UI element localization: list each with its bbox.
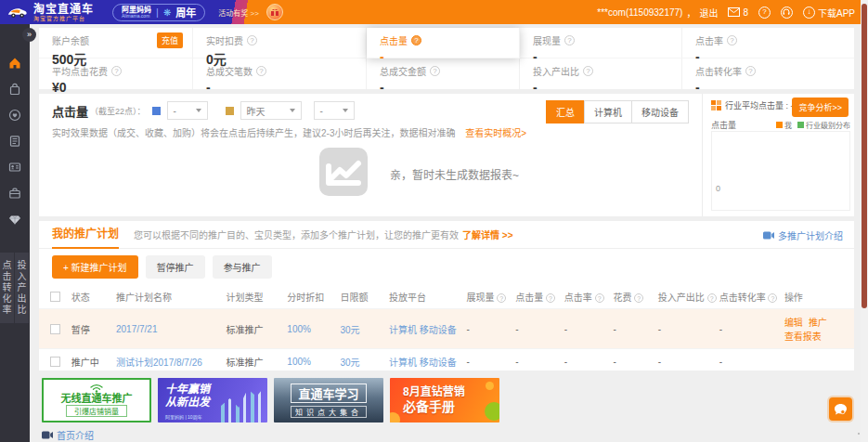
- sidebar-item-account[interactable]: [0, 154, 30, 180]
- stat-label: 平均点击花费: [52, 64, 108, 78]
- help-icon[interactable]: ?: [430, 66, 440, 76]
- platform-link[interactable]: 计算机 移动设备: [389, 358, 457, 368]
- industry-grid-icon: [711, 100, 721, 110]
- alimama-anniversary-badge[interactable]: 阿里妈妈 Alimama.com | ❋ 周年: [112, 4, 205, 21]
- legend-me-label: 我: [784, 120, 792, 130]
- scrollbar-thumb[interactable]: [862, 4, 867, 308]
- wifi-icon: [89, 384, 104, 393]
- sidebar-expand-button[interactable]: »: [22, 28, 36, 42]
- chart-main-area: 点击量 （截至22点）： - 昨天 - 汇总 计算机 移动设备 实时效果数据（成…: [39, 94, 703, 216]
- banner-anniversary[interactable]: 十年赢销 从新出发 阿里妈妈 | 10周年: [158, 378, 267, 422]
- stat-card-impressions[interactable]: 展现量? -: [520, 28, 682, 58]
- help-icon[interactable]: ?: [583, 66, 593, 76]
- campaigns-tab-row: 我的推广计划 您可以根据不同的推广目的、宝贝类型，添加多个推广计划，让您的推广更…: [39, 221, 854, 249]
- sidebar-item-report[interactable]: [0, 128, 30, 154]
- discount-link[interactable]: 100%: [287, 324, 311, 334]
- download-app-button[interactable]: ↓ 下载APP: [803, 6, 855, 20]
- campaign-row: 暂停 2017/7/21 标准推广 100% 30元 计算机 移动设备 - - …: [39, 309, 854, 349]
- banner-wireless-promo[interactable]: 无线直通车推广 引爆店铺销量: [42, 378, 151, 422]
- series2-color-swatch: [226, 107, 234, 115]
- legend-industry-swatch: [797, 122, 804, 128]
- help-icon[interactable]: ?: [768, 293, 777, 303]
- promote-link[interactable]: 推广: [809, 315, 827, 329]
- multi-campaign-intro-link[interactable]: 多推广计划介绍: [763, 228, 843, 242]
- chat-bubble-icon: [834, 403, 848, 416]
- help-icon[interactable]: ?: [411, 35, 421, 46]
- sidebar-item-tools[interactable]: [0, 180, 30, 206]
- date-select[interactable]: 昨天: [240, 101, 302, 120]
- sidebar-item-favorite[interactable]: [0, 102, 30, 128]
- row-checkbox[interactable]: [50, 357, 60, 367]
- stat-card-ctr[interactable]: 点击率? -: [682, 28, 854, 58]
- toggle-computer[interactable]: 计算机: [584, 100, 632, 124]
- sidebar-item-shop[interactable]: [0, 76, 30, 102]
- recharge-button[interactable]: 充值: [157, 32, 183, 48]
- vertical-tab-cvr[interactable]: 点击转化率: [0, 253, 14, 323]
- banner-learning[interactable]: 直通车学习 知识点大集合: [274, 378, 383, 422]
- sidebar-item-premium[interactable]: [0, 206, 30, 232]
- mini-chart-area: 0: [711, 131, 850, 211]
- toggle-mobile[interactable]: 移动设备: [631, 100, 689, 124]
- help-icon[interactable]: ?: [745, 66, 756, 76]
- row-checkbox[interactable]: [50, 324, 60, 334]
- stat-value: -: [695, 80, 854, 95]
- campaign-name-link[interactable]: 测试计划2017/8/7/26: [116, 358, 202, 368]
- homepage-intro-link[interactable]: 首页介绍: [42, 428, 94, 442]
- sidebar-item-home[interactable]: [0, 50, 30, 76]
- help-icon[interactable]: ?: [595, 293, 604, 303]
- stat-label: 点击转化率: [695, 64, 742, 78]
- competition-analysis-button[interactable]: 竞争分析>>: [792, 98, 849, 117]
- help-icon[interactable]: ?: [707, 293, 717, 303]
- pause-campaign-button[interactable]: 暂停推广: [146, 255, 205, 279]
- help-icon[interactable]: ?: [111, 66, 122, 76]
- status-badge: 推广中: [68, 349, 112, 371]
- help-icon[interactable]: ?: [497, 293, 506, 303]
- service-button[interactable]: [781, 6, 793, 19]
- learn-more-link[interactable]: 了解详情 >>: [462, 228, 512, 241]
- help-icon[interactable]: ?: [564, 35, 575, 46]
- view-report-link[interactable]: 查看报表: [784, 329, 822, 343]
- discount-link[interactable]: 100%: [287, 357, 311, 367]
- series3-select[interactable]: -: [314, 101, 355, 120]
- table-header-row: 状态 推广计划名称 计划类型 分时折扣 日限额 投放平台 展现量 ? 点击量 ?…: [39, 285, 854, 309]
- col-status: 状态: [71, 292, 90, 303]
- clicks-value: -: [512, 309, 561, 349]
- scrollbar-track[interactable]: [861, 0, 868, 442]
- mail-button[interactable]: 8: [728, 7, 748, 18]
- help-button[interactable]: ?: [758, 6, 771, 19]
- help-icon[interactable]: ?: [247, 35, 257, 46]
- help-icon[interactable]: ?: [727, 35, 737, 46]
- col-platform: 投放平台: [389, 292, 426, 303]
- select-all-checkbox[interactable]: [50, 292, 60, 302]
- stat-value: ¥0: [52, 80, 192, 95]
- campaign-name-link[interactable]: 2017/7/21: [116, 324, 158, 334]
- empty-chart-icon: [317, 146, 369, 202]
- topbar: 淘宝直通车 淘宝官方推广平台 阿里妈妈 Alimama.com | ❋ 周年 活…: [0, 0, 868, 24]
- daily-limit-link[interactable]: 30元: [340, 358, 359, 368]
- alimama-domain: Alimama.com: [122, 14, 151, 19]
- help-icon[interactable]: ?: [634, 293, 643, 303]
- platform-link[interactable]: 计算机 移动设备: [389, 325, 457, 335]
- new-campaign-button[interactable]: + 新建推广计划: [52, 255, 138, 279]
- banner-august-handbook[interactable]: 8月直钻营销 必备手册: [390, 378, 499, 422]
- shop-bag-icon: [8, 83, 21, 96]
- join-campaign-button[interactable]: 参与推广: [213, 255, 272, 279]
- vertical-tab-roi[interactable]: 投入产出比: [15, 253, 29, 323]
- toggle-summary[interactable]: 汇总: [546, 100, 585, 124]
- topbar-brand[interactable]: 淘宝直通车 淘宝官方推广平台 阿里妈妈 Alimama.com | ❋ 周年 活…: [7, 0, 283, 24]
- series1-select[interactable]: -: [167, 101, 208, 120]
- customer-service-button[interactable]: [829, 397, 852, 421]
- edit-link[interactable]: 编辑: [784, 315, 803, 329]
- separator: ，: [686, 6, 695, 20]
- tab-my-campaigns[interactable]: 我的推广计划: [52, 221, 119, 249]
- help-icon[interactable]: ?: [256, 66, 266, 76]
- stat-card-clicks[interactable]: 点击量? -: [367, 28, 520, 58]
- help-icon[interactable]: ?: [546, 293, 555, 303]
- daily-limit-link[interactable]: 30元: [340, 325, 359, 335]
- realtime-overview-link[interactable]: 查看实时概况>: [465, 128, 526, 138]
- activity-link[interactable]: 活动有奖 >>: [218, 7, 259, 18]
- col-type: 计划类型: [227, 292, 264, 303]
- user-account: ***com(1150932177): [597, 7, 682, 18]
- gift-icon[interactable]: [266, 4, 283, 20]
- logout-link[interactable]: 退出: [699, 6, 718, 20]
